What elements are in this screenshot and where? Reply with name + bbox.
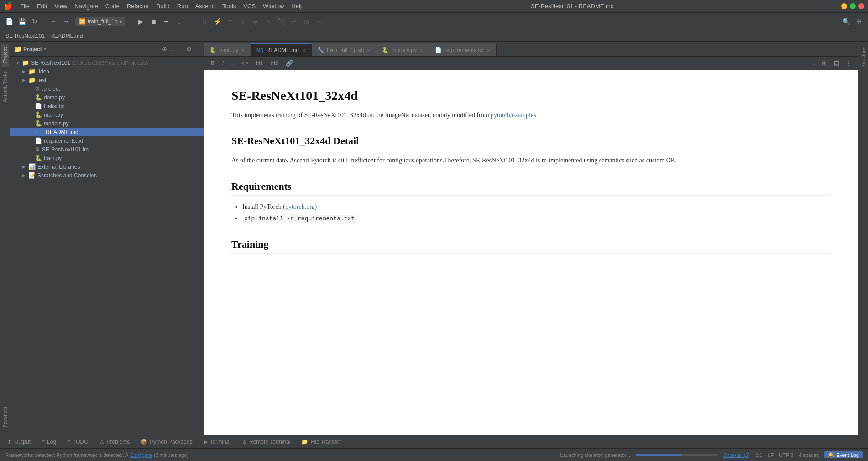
tab-log[interactable]: ≡ Log xyxy=(36,435,62,448)
pytorch-org-link[interactable]: pytorch.org xyxy=(285,203,315,210)
list-item[interactable]: 📄 filelist.txt xyxy=(10,102,204,110)
branch-selector[interactable]: 🔀 train_full_1p ▾ xyxy=(75,17,125,26)
sidebar-item-automl[interactable]: AutomL Tasks xyxy=(1,67,9,106)
list-item[interactable]: MD README.md xyxy=(10,128,204,136)
cursor-position[interactable]: 1:1 xyxy=(755,452,762,458)
tab-models-py[interactable]: 🐍 models.py ✕ xyxy=(376,43,429,56)
list-item[interactable]: 🐍 models.py xyxy=(10,119,204,128)
tab-problems[interactable]: ⚠ Problems xyxy=(94,435,136,448)
pytorch-examples-link[interactable]: pytorch/examples xyxy=(491,112,536,119)
tab-train-sh[interactable]: 🔧 train_full_1p.sh ✕ xyxy=(312,43,376,56)
close-button[interactable] xyxy=(858,3,864,9)
tree-root[interactable]: ▼ 📁 SE-ResNext101 C:\Users\28237\AscendP… xyxy=(10,58,204,67)
sidebar-item-favorites[interactable]: Favorites xyxy=(1,403,9,431)
list-item[interactable]: ▶ 📊 External Libraries xyxy=(10,162,204,171)
mute-button[interactable]: ⬛ xyxy=(276,16,287,27)
resume-button[interactable]: ⏸ xyxy=(199,16,210,27)
menu-navigate[interactable]: Navigate xyxy=(71,2,101,10)
tab-file-transfer[interactable]: 📁 File Transfer xyxy=(296,435,346,448)
evaluate-button[interactable]: ⚡ xyxy=(212,16,223,27)
project-dropdown-icon[interactable]: ▾ xyxy=(44,47,46,52)
tab-python-packages[interactable]: 📦 Python Packages xyxy=(135,435,198,448)
menu-vcs[interactable]: VCS xyxy=(240,2,259,10)
menu-view[interactable]: View xyxy=(51,2,71,10)
image-view-button[interactable]: 🖼 xyxy=(831,59,842,67)
profile-button[interactable]: ⊙ xyxy=(237,16,248,27)
tab-terminal[interactable]: ▶ Terminal xyxy=(198,435,236,448)
close-train-sh-icon[interactable]: ✕ xyxy=(366,47,371,53)
breakpoints-button[interactable]: ✕ xyxy=(263,16,274,27)
settings-panel-button[interactable]: ⚙ xyxy=(185,45,193,53)
sidebar-item-project[interactable]: Project xyxy=(1,44,9,67)
step-out-button[interactable]: ↑ xyxy=(186,16,197,27)
event-log-button[interactable]: 🔔 Event Log xyxy=(824,451,863,458)
breadcrumb-file[interactable]: README.md xyxy=(50,33,83,39)
tab-readme-md[interactable]: MD README.md ✕ xyxy=(251,43,312,56)
tab-output[interactable]: ⬆ Output xyxy=(2,435,36,448)
menu-code[interactable]: Code xyxy=(102,2,123,10)
search-button[interactable]: 🔍 xyxy=(841,16,852,27)
tab-main-py[interactable]: 🐍 main.py ✕ xyxy=(204,43,251,56)
save-button[interactable]: 💾 xyxy=(16,16,27,27)
list-item[interactable]: ⚙ SE-ResNext101.iml xyxy=(10,145,204,154)
show-all-link[interactable]: Show all (2) xyxy=(723,452,750,458)
menu-refactor[interactable]: Refactor xyxy=(123,2,153,10)
close-models-icon[interactable]: ✕ xyxy=(419,47,424,53)
charset[interactable]: UTF-8 xyxy=(779,452,793,458)
list-item[interactable]: ⚙ .project xyxy=(10,84,204,93)
menu-edit[interactable]: Edit xyxy=(33,2,51,10)
list-item[interactable]: 🐍 train.py xyxy=(10,154,204,162)
list-view-button[interactable]: ≡ xyxy=(809,59,818,67)
menu-window[interactable]: Window xyxy=(259,2,288,10)
code-button[interactable]: <> xyxy=(239,59,251,67)
breadcrumb-root[interactable]: SE-ResNext101 xyxy=(5,33,45,39)
menu-ascend[interactable]: Ascend xyxy=(192,2,219,10)
back-button[interactable]: ← xyxy=(48,16,59,27)
indent-setting[interactable]: 4 spaces xyxy=(799,452,819,458)
list-item[interactable]: ▶ 📁 .idea xyxy=(10,67,204,76)
close-main-py-icon[interactable]: ✕ xyxy=(241,47,245,53)
show-button[interactable]: ⊞ xyxy=(301,16,312,27)
step-into-button[interactable]: ↓ xyxy=(173,16,184,27)
line-endings[interactable]: LF xyxy=(768,452,774,458)
forward-button[interactable]: → xyxy=(61,16,72,27)
menu-help[interactable]: Help xyxy=(288,2,307,10)
settings-search-button[interactable]: ⚙ xyxy=(853,16,864,27)
collapse-all-button[interactable]: ≡ xyxy=(170,45,175,53)
configure-link[interactable]: Configure xyxy=(130,452,152,458)
menu-build[interactable]: Build xyxy=(153,2,173,10)
split-view-button[interactable]: ⊞ xyxy=(819,59,830,67)
more-view-button[interactable]: ⋮ xyxy=(843,59,854,67)
strikethrough-button[interactable]: ≡ xyxy=(228,59,237,67)
force-step-button[interactable]: ◉ xyxy=(250,16,261,27)
clear-button[interactable]: ↩ xyxy=(288,16,299,27)
menu-run[interactable]: Run xyxy=(173,2,192,10)
close-readme-icon[interactable]: ✕ xyxy=(302,47,306,53)
step-over-button[interactable]: ⇥ xyxy=(161,16,172,27)
link-button[interactable]: 🔗 xyxy=(283,59,296,67)
run-button[interactable]: ▶ xyxy=(135,16,146,27)
h1-button[interactable]: H1 xyxy=(253,59,267,67)
menu-tools[interactable]: Tools xyxy=(219,2,240,10)
list-item[interactable]: ▶ 📁 test xyxy=(10,76,204,84)
locate-file-button[interactable]: ⊕ xyxy=(161,45,168,53)
stop-button[interactable]: ⏹ xyxy=(148,16,159,27)
scratches-consoles-item[interactable]: ▶ 📝 Scratches and Consoles xyxy=(10,171,204,180)
maximize-button[interactable] xyxy=(850,3,856,9)
tab-remote-terminal[interactable]: 🖥 Remote Terminal xyxy=(236,435,296,448)
hide-panel-button[interactable]: − xyxy=(194,45,200,53)
new-file-button[interactable]: 📄 xyxy=(4,16,15,27)
coverage-button[interactable]: ☂ xyxy=(225,16,235,27)
minimize-button[interactable] xyxy=(841,3,847,9)
h2-button[interactable]: H2 xyxy=(268,59,281,67)
list-item[interactable]: 🐍 main.py xyxy=(10,110,204,119)
list-item[interactable]: 📄 requirements.txt xyxy=(10,136,204,145)
menu-file[interactable]: File xyxy=(16,2,33,10)
close-req-icon[interactable]: ✕ xyxy=(486,47,491,53)
apple-menu[interactable]: 🍎 xyxy=(4,2,13,10)
bold-button[interactable]: B xyxy=(208,59,217,67)
italic-button[interactable]: I xyxy=(219,59,226,67)
tab-requirements-txt[interactable]: 📄 requirements.txt ✕ xyxy=(429,43,497,56)
expand-all-button[interactable]: ≣ xyxy=(177,45,183,53)
sidebar-item-structure[interactable]: Structure xyxy=(859,44,868,72)
